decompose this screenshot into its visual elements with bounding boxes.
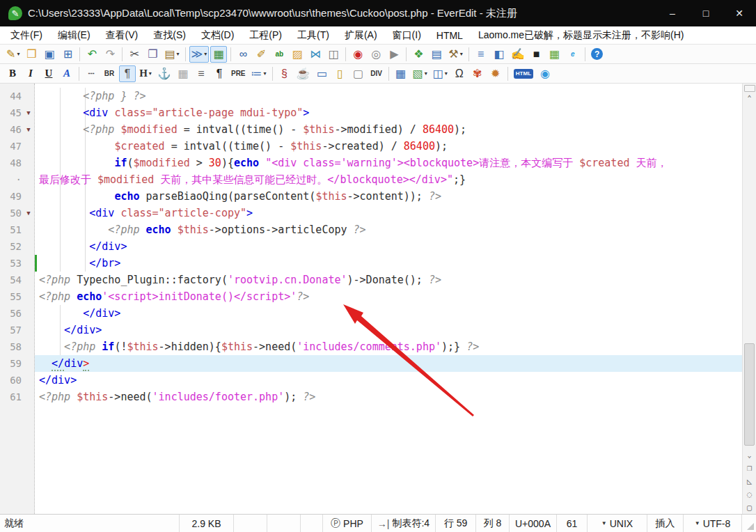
doc-map-icon[interactable]: ❒	[743, 461, 756, 474]
line-number[interactable]: 45	[0, 107, 23, 118]
fold-collapse-icon[interactable]: ▼	[23, 210, 34, 217]
undo-button[interactable]: ↶	[84, 46, 100, 63]
menu-document[interactable]: 文档(D)	[194, 26, 242, 44]
scroll-down-button[interactable]: ⌄	[743, 449, 756, 461]
code-line-55[interactable]: <?php echo'<script>initDonate()</script>…	[35, 288, 742, 305]
italic-button[interactable]: I	[22, 65, 39, 82]
line-ending[interactable]: ▼UNIX	[588, 515, 647, 532]
maximize-button[interactable]: □	[689, 0, 723, 26]
table-button[interactable]: ▦	[393, 65, 409, 82]
line-break-button[interactable]: BR	[101, 65, 118, 82]
help-button[interactable]: ?	[589, 46, 606, 63]
code-line-58[interactable]: <?php if(!$this->hidden){$this->need('in…	[35, 338, 742, 355]
document-panel-button[interactable]: ✍	[509, 46, 527, 63]
menu-project[interactable]: 工程(P)	[242, 26, 290, 44]
text-block-button[interactable]: ¶	[211, 65, 228, 82]
save-button[interactable]: ▣	[41, 46, 58, 63]
special-char-button[interactable]: Ω	[451, 65, 468, 82]
chevron-down-icon[interactable]: ▾	[264, 70, 267, 77]
line-number[interactable]: 61	[0, 391, 23, 402]
wrap-marker[interactable]: ·	[0, 174, 23, 185]
redo-button[interactable]: ↷	[102, 46, 118, 63]
line-number[interactable]: 48	[0, 157, 23, 169]
new-file-button[interactable]: ✎▾	[4, 46, 22, 63]
chevron-down-icon[interactable]: ▾	[445, 70, 448, 77]
line-number[interactable]: 55	[0, 291, 23, 302]
emoticon-button[interactable]: ✾	[469, 65, 486, 82]
code-line-51[interactable]: <?php echo $this->options->articleCopy ?…	[35, 221, 742, 238]
side-panel-button[interactable]: ◧	[491, 46, 507, 63]
preformatted-button[interactable]: PRE	[229, 65, 248, 82]
zoom-icon[interactable]: ◌	[743, 487, 756, 501]
line-number[interactable]: 49	[0, 191, 23, 202]
menu-tools[interactable]: 工具(T)	[290, 26, 337, 44]
fold-collapse-icon[interactable]: ▼	[23, 109, 34, 116]
list-button[interactable]: ≔▾	[249, 65, 269, 82]
record-macro-button[interactable]: ◉	[349, 46, 366, 63]
stop-macro-button[interactable]: ◎	[368, 46, 384, 63]
menu-view[interactable]: 查看(V)	[98, 26, 146, 44]
heading-button[interactable]: H▾	[137, 65, 154, 82]
play-macro-button[interactable]: ▶	[386, 46, 402, 63]
code-line-47[interactable]: $created = intval((time() - $this->creat…	[35, 138, 742, 155]
tab-size[interactable]: →|制表符:4	[372, 515, 436, 532]
plugin-button[interactable]: ❖	[410, 46, 427, 63]
vertical-scrollbar[interactable]: ⌃ ⌄ ❒◺◌▢	[742, 84, 756, 514]
line-number[interactable]: 59	[0, 358, 23, 369]
code-pane[interactable]: <?php } ?> <div class="article-page mdui…	[35, 84, 742, 514]
menu-search[interactable]: 查找(S)	[145, 26, 194, 44]
console-button[interactable]: ■	[528, 46, 545, 63]
palette-button[interactable]: ✹	[487, 65, 504, 82]
replace-all-button[interactable]: ab	[271, 46, 288, 63]
code-line-61[interactable]: <?php $this->need('includes/footer.php')…	[35, 389, 742, 405]
tools-hammer-button[interactable]: ⚒▾	[446, 46, 464, 63]
line-list-button[interactable]: ▦	[210, 46, 227, 63]
horizontal-rule-button[interactable]: ┄	[83, 65, 100, 82]
image-button[interactable]: ▧▾	[411, 65, 430, 82]
open-file-button[interactable]: ❒	[23, 46, 40, 63]
find-button[interactable]: ∞	[235, 46, 251, 63]
menu-about[interactable]: Laomo.me已破解，标题显示未注册，不影响(H)	[471, 26, 692, 44]
line-number[interactable]: 44	[0, 91, 23, 102]
code-line-44[interactable]: <?php } ?>	[35, 88, 742, 104]
code-line-52[interactable]: </div>	[35, 238, 742, 255]
line-number[interactable]: 53	[0, 258, 23, 269]
menu-window[interactable]: 窗口(I)	[385, 26, 429, 44]
code-line-57[interactable]: </div>	[35, 322, 742, 338]
save-all-button[interactable]: ⊞	[59, 46, 76, 63]
column-edit-button[interactable]: ◫	[325, 46, 342, 63]
browser-preview-button[interactable]: ◉	[537, 65, 553, 82]
iframe-button[interactable]: ▯	[332, 65, 349, 82]
scrollbar-track[interactable]	[743, 104, 756, 449]
font-color-button[interactable]: A	[58, 65, 75, 82]
color-blocks-button[interactable]: ▦	[546, 46, 563, 63]
chevron-down-icon[interactable]: ▼	[601, 520, 607, 526]
code-line-60[interactable]: </div>	[35, 372, 742, 389]
code-line-48[interactable]: if($modified > 30){echo "<div class='war…	[35, 155, 742, 171]
line-number[interactable]: 46	[0, 124, 23, 135]
word-wrap-button[interactable]: ≫▾	[189, 46, 210, 63]
line-number[interactable]: 50	[0, 208, 23, 219]
line-number[interactable]: 54	[0, 274, 23, 285]
chevron-down-icon[interactable]: ▾	[177, 51, 180, 57]
cut-button[interactable]: ✂	[126, 46, 143, 63]
code-line-50[interactable]: <div class="article-copy">	[35, 205, 742, 221]
replace-button[interactable]: ✐	[253, 46, 269, 63]
script-button[interactable]: §	[276, 65, 293, 82]
chevron-down-icon[interactable]: ▾	[149, 70, 152, 77]
html-badge-button[interactable]: HTML	[512, 65, 535, 82]
form-button[interactable]: ▭	[314, 65, 331, 82]
code-line-48-wrap[interactable]: 最后修改于 $modified 天前，其中某些信息可能已经过时。</blockq…	[35, 171, 742, 188]
outline-panel-button[interactable]: ≡	[473, 46, 489, 63]
ie-preview-button[interactable]: e	[565, 46, 581, 63]
scrollbar-thumb[interactable]	[744, 343, 755, 446]
code-line-54[interactable]: <?php Typecho_Plugin::factory('rootvip.c…	[35, 272, 742, 288]
insert-mode[interactable]: 插入	[647, 515, 684, 532]
menu-html[interactable]: HTML	[429, 26, 471, 44]
frameset-button[interactable]: ◫▾	[431, 65, 450, 82]
selection-icon[interactable]: ▢	[743, 501, 756, 514]
line-number[interactable]: 51	[0, 224, 23, 235]
clipboard-panel-button[interactable]: ▤	[428, 46, 445, 63]
fold-collapse-icon[interactable]: ▼	[23, 126, 34, 133]
span-edit-button[interactable]: ▢	[350, 65, 367, 82]
